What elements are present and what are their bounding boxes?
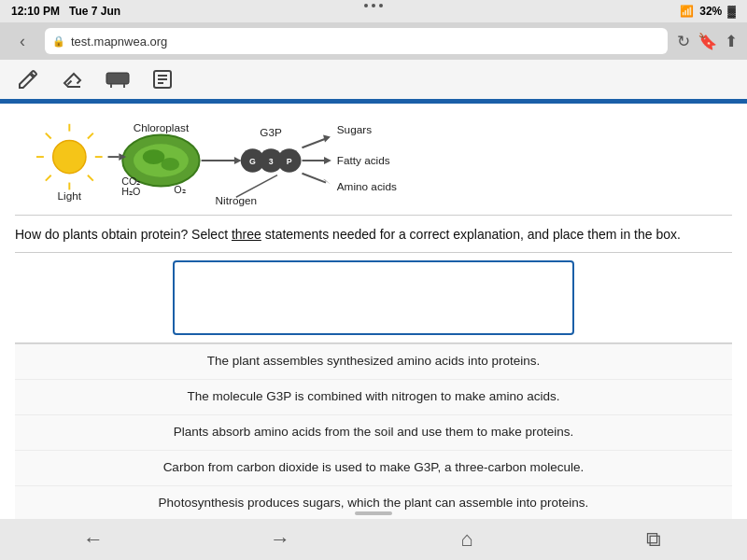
answer-drop-box[interactable] <box>173 260 574 335</box>
status-right: 📶 32% ▓ <box>680 5 736 18</box>
answer-item-3[interactable]: Plants absorb amino acids from the soil … <box>15 415 732 451</box>
svg-line-13 <box>46 133 51 139</box>
status-dots <box>364 4 383 7</box>
svg-marker-38 <box>323 135 331 143</box>
svg-point-22 <box>161 158 179 171</box>
answer-item-1[interactable]: The plant assembles synthesized amino ac… <box>15 344 732 380</box>
svg-text:G3P: G3P <box>260 126 282 138</box>
answer-choices: The plant assembles synthesized amino ac… <box>15 343 732 520</box>
svg-text:3: 3 <box>269 157 274 166</box>
svg-point-8 <box>53 140 86 173</box>
svg-text:H₂O: H₂O <box>121 186 140 197</box>
svg-text:Nitrogen: Nitrogen <box>216 194 257 206</box>
bookmark-button[interactable]: 🔖 <box>698 32 717 51</box>
pencil-tool-button[interactable] <box>13 64 43 94</box>
nav-home-button[interactable]: ⌂ <box>446 519 487 560</box>
svg-text:O₂: O₂ <box>174 184 185 195</box>
main-content: Light Chloroplast CO₂ H₂O O₂ G3P <box>0 101 747 520</box>
svg-text:Amino acids: Amino acids <box>337 180 397 192</box>
svg-line-14 <box>88 133 93 139</box>
highlight-tool-button[interactable] <box>103 64 133 94</box>
answer-item-2[interactable]: The molecule G3P is combined with nitrog… <box>15 380 732 415</box>
toolbar <box>0 60 747 101</box>
eraser-tool-button[interactable] <box>58 64 88 94</box>
time-display: 12:10 PM <box>11 5 60 18</box>
reload-button[interactable]: ↻ <box>677 32 690 51</box>
svg-marker-41 <box>324 157 331 164</box>
answer-item-4[interactable]: Carbon from carbon dioxide is used to ma… <box>15 451 732 486</box>
back-button[interactable]: ‹ <box>9 28 35 54</box>
nav-tabs-button[interactable]: ⧉ <box>633 519 674 560</box>
svg-line-16 <box>88 175 93 181</box>
nav-back-button[interactable]: ← <box>73 519 114 560</box>
browser-bar: ‹ 🔒 test.mapnwea.org ↻ 🔖 ⬆ <box>0 22 747 60</box>
photosynthesis-diagram: Light Chloroplast CO₂ H₂O O₂ G3P <box>15 113 732 209</box>
svg-line-37 <box>302 138 326 147</box>
svg-text:Light: Light <box>58 189 82 202</box>
svg-text:Sugars: Sugars <box>337 123 372 135</box>
underline-word: three <box>232 227 261 242</box>
drop-box-container <box>15 253 732 343</box>
wifi-icon: 📶 <box>680 5 694 18</box>
lock-icon: 🔒 <box>52 35 65 48</box>
battery-icon: ▓ <box>727 5 736 18</box>
diagram-area: Light Chloroplast CO₂ H₂O O₂ G3P <box>15 113 732 216</box>
svg-text:Fatty acids: Fatty acids <box>337 154 390 166</box>
scroll-indicator <box>355 511 392 515</box>
svg-line-15 <box>46 175 51 181</box>
nav-forward-button[interactable]: → <box>260 519 301 560</box>
svg-text:P: P <box>287 157 292 166</box>
address-bar[interactable]: 🔒 test.mapnwea.org <box>45 28 668 54</box>
svg-text:CO₂: CO₂ <box>121 175 140 187</box>
url-display: test.mapnwea.org <box>71 35 167 49</box>
svg-point-21 <box>143 149 165 164</box>
status-bar: 12:10 PM Tue 7 Jun 📶 32% ▓ <box>0 0 747 22</box>
battery-display: 32% <box>699 5 722 18</box>
browser-actions: ↻ 🔖 ⬆ <box>677 32 738 51</box>
question-text: How do plants obtain protein? Select thr… <box>15 216 732 253</box>
svg-line-43 <box>302 174 326 183</box>
bottom-navigation: ← → ⌂ ⧉ <box>0 519 747 560</box>
svg-text:G: G <box>249 157 256 166</box>
svg-rect-0 <box>106 73 129 84</box>
svg-text:Chloroplast: Chloroplast <box>134 121 190 133</box>
share-button[interactable]: ⬆ <box>725 32 738 51</box>
date-display: Tue 7 Jun <box>69 5 120 18</box>
svg-marker-29 <box>234 157 242 164</box>
notes-tool-button[interactable] <box>148 64 177 94</box>
